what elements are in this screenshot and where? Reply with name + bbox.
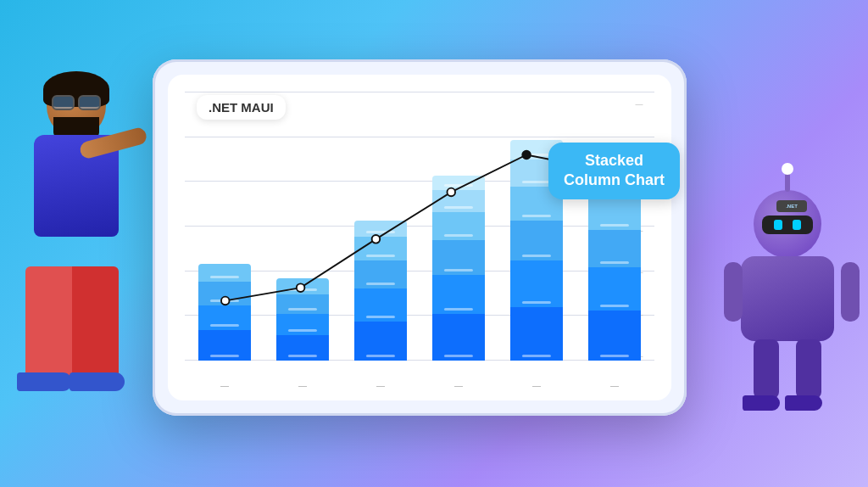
bar-segment-3-0 bbox=[432, 314, 485, 361]
tablet-inner: .NET MAUI Stacked Column Chart bbox=[168, 75, 671, 400]
bar-segment-2-2 bbox=[354, 260, 407, 289]
grid-line bbox=[185, 92, 654, 92]
bar-segment-4-1 bbox=[510, 260, 563, 307]
robot-leg-left bbox=[754, 339, 779, 399]
robot-foot-right bbox=[785, 395, 822, 411]
bar-segment-1-0 bbox=[276, 335, 329, 361]
bar-group bbox=[193, 264, 256, 361]
bar-segment-4-0 bbox=[510, 307, 563, 361]
x-label: — bbox=[193, 381, 256, 390]
bar-segment-0-0 bbox=[198, 330, 251, 361]
bars-container bbox=[185, 100, 654, 361]
x-label: — bbox=[427, 381, 490, 390]
bar-group bbox=[271, 278, 334, 361]
x-labels: — — — — — — bbox=[185, 378, 654, 390]
chart-area: — — — — — — — — — — — — — bbox=[185, 92, 654, 390]
bar-segment-3-4 bbox=[432, 190, 485, 211]
character-right: .NET bbox=[724, 148, 860, 487]
person-head bbox=[47, 71, 106, 137]
chart-title-line2: Column Chart bbox=[564, 171, 665, 190]
bar-segment-5-3 bbox=[588, 198, 641, 230]
x-label: — bbox=[271, 381, 334, 390]
bar-segment-1-3 bbox=[276, 278, 329, 294]
robot-eye-left bbox=[774, 220, 782, 230]
bar-segment-2-1 bbox=[354, 288, 407, 321]
person-pants-right bbox=[72, 266, 119, 377]
robot-arm-right bbox=[841, 262, 860, 322]
x-label: — bbox=[583, 381, 646, 390]
character-left bbox=[0, 46, 161, 487]
person-pants-left bbox=[25, 266, 72, 377]
robot-body bbox=[741, 256, 834, 341]
robot-arm-left bbox=[724, 262, 743, 322]
robot-badge: .NET bbox=[776, 200, 807, 212]
bar-segment-2-3 bbox=[354, 237, 407, 260]
x-label: — bbox=[505, 381, 568, 390]
bar-segment-0-3 bbox=[198, 264, 251, 282]
bar-segment-5-1 bbox=[588, 267, 641, 311]
robot-antenna-ball bbox=[782, 163, 793, 175]
bar-segment-4-2 bbox=[510, 221, 563, 260]
bar-segment-1-1 bbox=[276, 314, 329, 335]
bar-group bbox=[349, 221, 412, 361]
chart-title-bubble: Stacked Column Chart bbox=[548, 143, 680, 199]
x-label: — bbox=[349, 381, 412, 390]
net-maui-label: .NET MAUI bbox=[197, 95, 286, 120]
robot-eye-right bbox=[793, 220, 801, 230]
person-body bbox=[25, 135, 127, 271]
glasses-lens-left bbox=[52, 95, 75, 110]
person-shoe-left bbox=[17, 372, 72, 391]
bar-segment-3-2 bbox=[432, 240, 485, 274]
robot: .NET bbox=[724, 148, 860, 487]
glasses-lens-right bbox=[78, 95, 101, 110]
robot-foot-left bbox=[743, 395, 780, 411]
robot-leg-right bbox=[796, 339, 821, 399]
person-glasses bbox=[52, 95, 101, 110]
bar-group bbox=[427, 176, 490, 361]
person-shoe-right bbox=[70, 372, 125, 391]
bar-segment-2-0 bbox=[354, 322, 407, 361]
tablet: .NET MAUI Stacked Column Chart bbox=[153, 59, 687, 416]
robot-antenna bbox=[785, 173, 790, 192]
bar-segment-3-5 bbox=[432, 176, 485, 190]
bar-segment-0-1 bbox=[198, 305, 251, 331]
chart-title-line1: Stacked bbox=[564, 151, 665, 171]
robot-eyes bbox=[762, 216, 813, 234]
bar-segment-1-2 bbox=[276, 294, 329, 314]
bar-segment-3-3 bbox=[432, 212, 485, 241]
bar-segment-5-0 bbox=[588, 311, 641, 361]
bar-segment-5-2 bbox=[588, 230, 641, 267]
chart-grid-and-bars: — — — — — — — bbox=[185, 92, 654, 378]
bar-segment-2-4 bbox=[354, 221, 407, 237]
scene: .NET MAUI Stacked Column Chart bbox=[0, 0, 868, 487]
person bbox=[0, 46, 161, 487]
bar-segment-0-2 bbox=[198, 282, 251, 305]
bar-segment-3-1 bbox=[432, 275, 485, 315]
